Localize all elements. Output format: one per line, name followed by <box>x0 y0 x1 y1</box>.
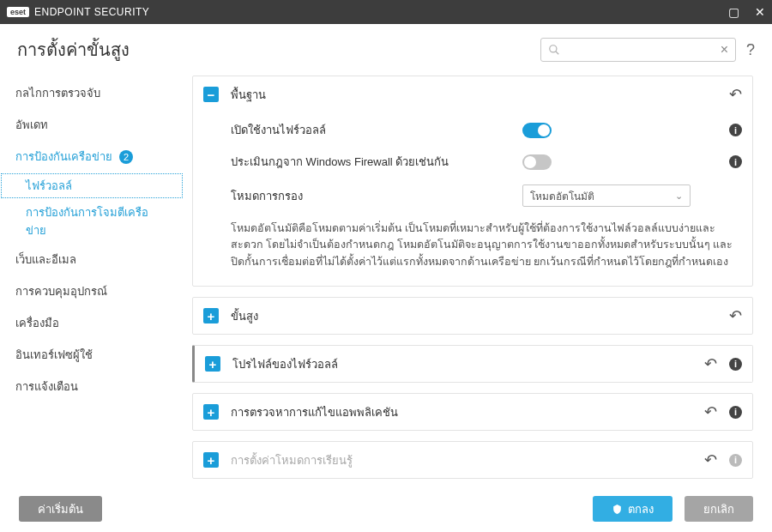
app-title: ENDPOINT SECURITY <box>34 6 149 18</box>
panel-learning-mode: + การตั้งค่าโหมดการเรียนรู้ ↶ i <box>192 441 753 479</box>
svg-line-1 <box>556 51 559 55</box>
revert-icon[interactable]: ↶ <box>729 306 742 325</box>
cancel-button[interactable]: ยกเลิก <box>685 496 753 522</box>
revert-icon[interactable]: ↶ <box>704 450 717 469</box>
brand-logo: eset <box>7 7 29 17</box>
sidebar-item-update[interactable]: อัพเดท <box>0 109 184 141</box>
sidebar-item-network[interactable]: การป้องกันเครือข่าย 2 <box>0 141 184 172</box>
filter-mode-label: โหมดการกรอง <box>231 187 522 205</box>
window-maximize-icon[interactable]: ▢ <box>728 5 739 19</box>
expand-icon[interactable]: + <box>203 404 219 420</box>
content-area: − พื้นฐาน ↶ เปิดใช้งานไฟร์วอลล์ i ประเมิ… <box>184 72 772 517</box>
info-icon[interactable]: i <box>729 124 742 136</box>
ok-button-label: ตกลง <box>628 500 654 518</box>
sidebar-item-ui[interactable]: อินเทอร์เฟซผู้ใช้ <box>0 339 184 371</box>
panel-profiles: + โปรไฟล์ของไฟร์วอลล์ ↶ i <box>192 345 753 383</box>
search-input[interactable] <box>565 44 721 57</box>
window-close-icon[interactable]: ✕ <box>755 5 765 19</box>
revert-icon[interactable]: ↶ <box>704 354 717 373</box>
info-icon[interactable]: i <box>729 358 742 371</box>
sidebar-item-notifications[interactable]: การแจ้งเตือน <box>0 371 184 402</box>
panel-advanced-title: ขั้นสูง <box>231 307 258 325</box>
revert-icon[interactable]: ↶ <box>729 85 742 104</box>
page-title: การตั้งค่าขั้นสูง <box>17 36 130 63</box>
revert-icon[interactable]: ↶ <box>704 402 717 421</box>
info-icon[interactable]: i <box>729 406 742 419</box>
panel-appmod-title: การตรวจหาการแก้ไขแอพพลิเคชัน <box>231 403 398 421</box>
sidebar-item-web-email[interactable]: เว็บและอีเมล <box>0 244 184 275</box>
panel-basic-title: พื้นฐาน <box>231 86 266 104</box>
sidebar: กลไกการตรวจจับ อัพเดท การป้องกันเครือข่า… <box>0 72 184 517</box>
expand-icon[interactable]: + <box>203 452 219 468</box>
search-icon <box>548 44 560 56</box>
panel-profiles-title: โปรไฟล์ของไฟร์วอลล์ <box>232 355 338 373</box>
sidebar-item-detection[interactable]: กลไกการตรวจจับ <box>0 77 184 109</box>
expand-icon[interactable]: + <box>203 308 219 323</box>
info-icon[interactable]: i <box>729 454 742 467</box>
enable-firewall-toggle[interactable] <box>522 123 552 138</box>
defaults-button[interactable]: ค่าเริ่มต้น <box>19 496 102 522</box>
search-input-wrapper[interactable]: × <box>540 38 736 62</box>
titlebar: eset ENDPOINT SECURITY ▢ ✕ <box>0 0 772 24</box>
expand-icon[interactable]: + <box>205 356 220 372</box>
sidebar-badge: 2 <box>119 150 133 164</box>
sidebar-sub-firewall[interactable]: ไฟร์วอลล์ <box>0 172 184 199</box>
sidebar-item-tools[interactable]: เครื่องมือ <box>0 307 184 339</box>
ok-button[interactable]: ตกลง <box>593 496 672 522</box>
panel-advanced: + ขั้นสูง ↶ <box>192 297 753 335</box>
panel-basic: − พื้นฐาน ↶ เปิดใช้งานไฟร์วอลล์ i ประเมิ… <box>192 76 753 287</box>
panel-learning-title: การตั้งค่าโหมดการเรียนรู้ <box>231 451 353 469</box>
info-icon[interactable]: i <box>729 155 742 168</box>
help-icon[interactable]: ? <box>746 41 755 59</box>
collapse-icon[interactable]: − <box>203 87 219 102</box>
sidebar-sub-network-attack[interactable]: การป้องกันการโจมตีเครือข่าย <box>0 199 184 244</box>
clear-search-icon[interactable]: × <box>721 42 728 57</box>
enable-firewall-label: เปิดใช้งานไฟร์วอลล์ <box>231 121 522 139</box>
windows-firewall-label: ประเมินกฎจาก Windows Firewall ด้วยเช่นกั… <box>231 153 522 171</box>
sidebar-item-label: การป้องกันเครือข่าย <box>15 148 112 166</box>
windows-firewall-toggle[interactable] <box>522 154 552 170</box>
filter-mode-value: โหมดอัตโนมัติ <box>530 188 594 204</box>
filter-mode-description: โหมดอัตโนมัติคือโหมดตามค่าเริ่มต้น เป็นโ… <box>231 214 742 274</box>
svg-point-0 <box>550 45 557 52</box>
chevron-down-icon: ⌄ <box>675 190 683 202</box>
shield-icon <box>612 504 623 515</box>
filter-mode-select[interactable]: โหมดอัตโนมัติ ⌄ <box>522 184 691 207</box>
panel-app-modification: + การตรวจหาการแก้ไขแอพพลิเคชัน ↶ i <box>192 393 753 431</box>
footer: ค่าเริ่มต้น ตกลง ยกเลิก <box>0 486 772 532</box>
header: การตั้งค่าขั้นสูง × ? <box>0 24 772 72</box>
sidebar-item-device-control[interactable]: การควบคุมอุปกรณ์ <box>0 275 184 307</box>
